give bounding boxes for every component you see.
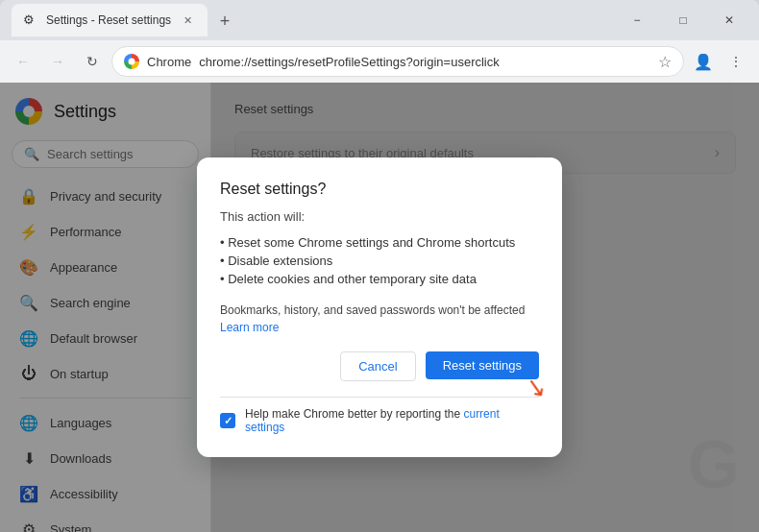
dialog-actions: Cancel Reset settings ↙	[220, 351, 539, 381]
toolbar: ← → ↻ Chrome chrome://settings/resetProf…	[0, 40, 759, 83]
dialog-backdrop: Reset settings? This action will: Reset …	[0, 83, 759, 532]
active-tab[interactable]: ⚙ Settings - Reset settings ✕	[12, 4, 208, 36]
address-bar[interactable]: Chrome chrome://settings/resetProfileSet…	[111, 46, 684, 77]
url-text: chrome://settings/resetProfileSettings?o…	[199, 55, 650, 69]
minimize-button[interactable]: −	[615, 6, 659, 35]
tab-favicon: ⚙	[23, 12, 38, 28]
back-button[interactable]: ←	[8, 46, 38, 77]
forward-button[interactable]: →	[42, 46, 73, 77]
toolbar-right: 👤 ⋮	[688, 46, 751, 77]
dialog-subtitle: This action will:	[220, 209, 539, 224]
new-tab-button[interactable]: +	[211, 8, 238, 35]
tabs-area: ⚙ Settings - Reset settings ✕ +	[8, 4, 611, 36]
profile-button[interactable]: 👤	[688, 46, 719, 77]
reset-btn-wrapper: Reset settings ↙	[426, 351, 539, 381]
report-checkbox[interactable]	[220, 413, 235, 428]
title-bar: ⚙ Settings - Reset settings ✕ + − □ ✕	[0, 0, 759, 40]
footer-prefix: Help make Chrome better by reporting the	[245, 407, 460, 421]
dialog-list: Reset some Chrome settings and Chrome sh…	[220, 233, 539, 288]
cancel-button[interactable]: Cancel	[340, 351, 415, 381]
main-content: Settings 🔍 🔒 Privacy and security ⚡ Perf…	[0, 83, 759, 532]
tab-close-button[interactable]: ✕	[179, 12, 196, 29]
reset-settings-dialog: Reset settings? This action will: Reset …	[197, 157, 562, 457]
dialog-title: Reset settings?	[220, 181, 539, 198]
tab-title: Settings - Reset settings	[46, 13, 171, 27]
list-item-1: Disable extensions	[220, 252, 539, 270]
menu-button[interactable]: ⋮	[721, 46, 751, 77]
refresh-button[interactable]: ↻	[77, 46, 108, 77]
close-button[interactable]: ✕	[707, 6, 751, 35]
bookmark-icon[interactable]: ☆	[658, 53, 672, 71]
list-item-2: Delete cookies and other temporary site …	[220, 270, 539, 288]
browser-window: ⚙ Settings - Reset settings ✕ + − □ ✕ ← …	[0, 0, 759, 532]
dialog-note: Bookmarks, history, and saved passwords …	[220, 302, 539, 336]
footer-text: Help make Chrome better by reporting the…	[245, 407, 539, 434]
reset-settings-button[interactable]: Reset settings	[426, 351, 539, 379]
chrome-logo-icon	[124, 54, 139, 69]
learn-more-link[interactable]: Learn more	[220, 321, 279, 334]
dialog-footer: Help make Chrome better by reporting the…	[220, 397, 539, 434]
dialog-note-text: Bookmarks, history, and saved passwords …	[220, 303, 525, 317]
list-item-0: Reset some Chrome settings and Chrome sh…	[220, 233, 539, 252]
window-controls: − □ ✕	[615, 6, 751, 35]
maximize-button[interactable]: □	[661, 6, 705, 35]
chrome-brand-label: Chrome	[147, 55, 191, 69]
